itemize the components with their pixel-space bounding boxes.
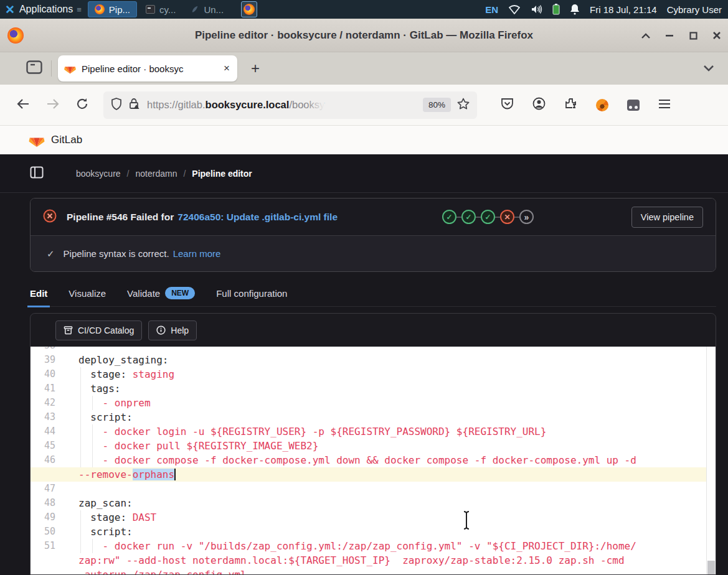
line-number: 45 (31, 439, 55, 453)
minimize-button[interactable] (664, 30, 674, 40)
indent-guide (80, 381, 81, 396)
menu-hamburger-icon[interactable] (658, 99, 671, 111)
code-row[interactable]: 39deploy_staging: (31, 353, 706, 367)
pipeline-mini-graph: ✓✓✓✕» (442, 210, 534, 224)
pipeline-stage-success-icon[interactable]: ✓ (461, 210, 476, 224)
code-row[interactable]: 43 script: (31, 410, 706, 424)
learn-more-link[interactable]: Learn more (173, 248, 221, 259)
code-area[interactable]: 3839deploy_staging:40 stage: staging41 t… (31, 347, 706, 574)
pipeline-stage-failed-icon[interactable]: ✕ (500, 210, 514, 224)
sidebar-toggle-icon[interactable] (30, 166, 44, 180)
pipeline-stage-success-icon[interactable]: ✓ (481, 210, 495, 224)
code-wrap-row[interactable]: --remove-orphans (31, 467, 706, 482)
scrollbar-thumb[interactable] (707, 561, 715, 574)
pipeline-stage-success-icon[interactable]: ✓ (442, 210, 456, 224)
code-text: script: (78, 410, 133, 424)
clock[interactable]: Fri 18 Jul, 21:14 (590, 4, 657, 15)
breadcrumb-separator: / (183, 169, 186, 179)
indent-guide (92, 439, 93, 453)
taskbar-window-editor[interactable]: Un... (184, 1, 230, 17)
code-row[interactable]: 47 (31, 482, 706, 496)
maximize-button[interactable] (688, 30, 698, 40)
code-wrap-row[interactable]: zap:rw" --add-host noterdamn.local:${TAR… (31, 553, 706, 568)
forward-button[interactable] (46, 98, 60, 112)
notification-bell-icon[interactable] (570, 4, 580, 15)
tab-title: Pipeline editor · booksyc (82, 63, 222, 74)
view-pipeline-button[interactable]: View pipeline (631, 207, 703, 228)
code-row[interactable]: 40 stage: staging (31, 367, 706, 381)
new-tab-button[interactable]: + (251, 60, 260, 77)
breadcrumb-project[interactable]: noterdamn (135, 169, 177, 179)
indent-guide (80, 410, 81, 424)
code-token: - onprem (78, 397, 151, 409)
browser-tab-strip: Pipeline editor · booksyc × + (0, 52, 728, 85)
code-row[interactable]: 38 (31, 347, 706, 353)
code-row[interactable]: 45 - docker pull ${REGISTRY_IMAGE_WEB2} (31, 439, 706, 453)
code-row[interactable]: 49 stage: DAST (31, 510, 706, 525)
code-row[interactable]: 46 - docker compose -f docker-compose.ym… (31, 453, 706, 467)
keyboard-layout-indicator[interactable]: EN (485, 4, 498, 15)
taskbar-window-firefox[interactable]: Pip... (88, 1, 137, 17)
url-domain: booksycure.local (206, 99, 290, 111)
window-titlebar: Pipeline editor · booksycure / noterdamn… (0, 19, 728, 52)
code-wrap-row[interactable]: -autorun /zap/zap_config.yml (31, 568, 706, 574)
tab-edit[interactable]: Edit (30, 280, 47, 307)
battery-icon[interactable] (552, 4, 560, 15)
back-button[interactable] (16, 98, 30, 112)
code-row[interactable]: 51 - docker run -v "/builds/zap_config.y… (31, 539, 706, 553)
code-row[interactable]: 41 tags: (31, 381, 706, 396)
bookmark-star-icon[interactable] (457, 98, 470, 113)
xfce-logo-icon: ✕ (5, 2, 15, 17)
code-row[interactable]: 50 script: (31, 525, 706, 539)
tab-close-icon[interactable]: × (222, 62, 231, 75)
reload-button[interactable] (76, 98, 88, 113)
list-all-tabs-icon[interactable] (703, 63, 714, 74)
indent-guide (80, 453, 81, 467)
code-editor[interactable]: 3839deploy_staging:40 stage: staging41 t… (31, 347, 716, 574)
lock-warning-icon[interactable] (128, 98, 141, 113)
tab-visualize[interactable]: Visualize (69, 280, 106, 307)
pipeline-syntax-row: ✓ Pipeline syntax is correct. Learn more (31, 235, 716, 271)
text-caret (174, 469, 176, 480)
container-extension-icon[interactable] (627, 100, 640, 111)
tab-validate[interactable]: ValidateNEW (127, 280, 195, 307)
applications-menu[interactable]: Applications (19, 4, 73, 15)
shade-button[interactable] (641, 30, 651, 40)
bookmark-gitlab[interactable]: GitLab (51, 134, 82, 146)
pipeline-editor-card: CI/CD Catalog Help 3839deploy_staging:40… (30, 313, 716, 575)
account-icon[interactable] (532, 97, 546, 113)
line-number: 40 (31, 367, 55, 381)
breadcrumb-group[interactable]: booksycure (76, 169, 121, 179)
code-row[interactable]: 48zap_scan: (31, 496, 706, 510)
code-token: --remove- (78, 469, 133, 480)
editor-scrollbar[interactable] (706, 347, 716, 574)
pipeline-stage-more-icon[interactable]: » (519, 210, 534, 224)
zoom-level-badge[interactable]: 80% (423, 98, 451, 112)
shield-icon[interactable] (111, 98, 122, 113)
code-row[interactable]: 44 - docker login -u ${REGISTRY_USER} -p… (31, 424, 706, 439)
help-button[interactable]: Help (148, 320, 197, 340)
pocket-icon[interactable] (501, 98, 514, 113)
user-menu[interactable]: Cybrary User (667, 4, 722, 15)
line-number: 47 (31, 482, 55, 496)
network-icon[interactable] (508, 4, 521, 14)
url-bar[interactable]: https://gitlab.booksycure.local/booksy 8… (103, 91, 477, 119)
extensions-puzzle-icon[interactable] (564, 97, 577, 113)
indent-guide (80, 367, 81, 381)
code-row[interactable]: 42 - onprem (31, 396, 706, 410)
volume-icon[interactable] (531, 4, 542, 14)
firefox-view-icon[interactable] (26, 60, 42, 77)
commit-link[interactable]: 72406a50: Update .gitlab-ci.yml file (177, 212, 338, 223)
browser-tab-active[interactable]: Pipeline editor · booksyc × (58, 55, 237, 82)
indent-guide (80, 510, 81, 525)
line-number (31, 568, 55, 574)
code-token: - docker pull ${REGISTRY_IMAGE_WEB2} (78, 440, 318, 452)
firefox-launcher[interactable] (241, 1, 257, 17)
cicd-catalog-button[interactable]: CI/CD Catalog (55, 320, 142, 340)
code-token: tags: (78, 383, 120, 395)
close-button[interactable] (712, 30, 722, 40)
taskbar-window-terminal[interactable]: cy... (139, 1, 182, 17)
bookmarks-toolbar: GitLab (0, 126, 728, 154)
foxyproxy-extension-icon[interactable] (596, 99, 608, 111)
tab-full-configuration[interactable]: Full configuration (216, 280, 287, 307)
